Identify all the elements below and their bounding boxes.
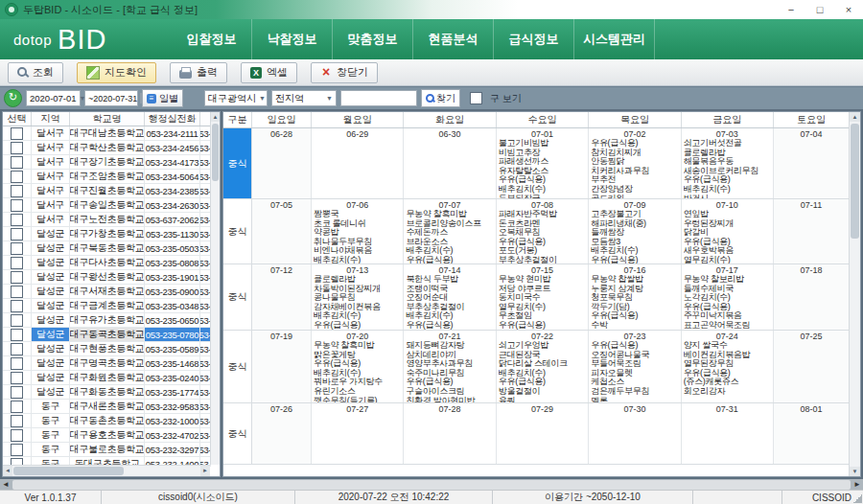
school-table-hscrollbar[interactable]: ◄ ► [3, 465, 210, 476]
row-checkbox[interactable] [11, 343, 23, 355]
scroll-right-icon[interactable]: ► [200, 466, 210, 476]
calendar-day-cell[interactable]: 07-10연잎밥우렁된장찌개닭갈비우유(급식용)새우호박볶음열무김치(수)아이스… [682, 199, 774, 263]
table-row[interactable]: 달성군대구화동초등학교053-235-1774053-6 [3, 385, 220, 400]
table-row[interactable]: 달성군대구북동초등학교053-235-0503053-6 [3, 241, 220, 256]
table-row[interactable]: 달성군대구가창초등학교053-235-1130053-7 [3, 227, 220, 241]
table-row[interactable]: 달성군대구현풍초등학교053-235-0589053-6 [3, 342, 220, 356]
close-button[interactable]: × [834, 0, 863, 19]
table-row[interactable]: 달서구대구진월초등학교053-234-2385053-6 [3, 184, 220, 198]
row-checkbox[interactable] [11, 386, 23, 399]
daily-view-button[interactable]: 일별 [142, 89, 183, 107]
calendar-day-cell[interactable]: 07-13클로렐라밥차돌박이된장찌개콩나물무침감자채베이컨볶음배추김치(수)우유… [312, 264, 404, 330]
scrollbar-thumb[interactable] [851, 124, 859, 239]
minimize-button[interactable]: − [777, 0, 805, 19]
row-checkbox[interactable] [11, 185, 23, 197]
calendar-day-cell[interactable]: 07-07무농약 찰흑미밥브로콜리양송이스프수제돈까스브라운소스배추김치(수)우… [404, 199, 496, 263]
calendar-day-cell[interactable]: 07-29 [497, 403, 589, 464]
meal-type-cell[interactable]: 중식 [223, 199, 252, 263]
scrollbar-thumb[interactable] [212, 124, 219, 181]
calendar-day-cell[interactable]: 07-01불고기비빔밥비빔고추장파래생선까스유자탈탈소스우유(급식용)배추김치(… [497, 128, 589, 198]
row-checkbox[interactable] [11, 372, 23, 384]
calendar-day-cell[interactable]: 07-15무농약 현미밥저당 야쿠르트동치미국수열무김치(수)무초절임우유(급식… [497, 264, 589, 330]
find-button[interactable]: 찾기 [421, 89, 460, 107]
toolbar-close-button[interactable]: 창닫기 [311, 62, 378, 83]
table-row[interactable]: 달성군대구금계초등학교053-235-0348053-6 [3, 299, 220, 313]
calendar-day-cell[interactable]: 07-03쇠고기버섯전골클로렐라밥해물볶음우동새송이브로커리무침우유(급식용)배… [682, 128, 774, 198]
meal-type-cell[interactable]: 중식 [223, 331, 252, 402]
row-checkbox[interactable] [11, 286, 23, 298]
date-from-select[interactable]: 2020-07-01 ▼ [26, 90, 81, 106]
calendar-day-cell[interactable]: 07-19 [252, 331, 312, 402]
nav-item-3[interactable]: 맞춤정보 [332, 19, 412, 59]
calendar-day-cell[interactable]: 07-26 [252, 403, 312, 464]
table-row[interactable]: 달서구대구대남초등학교053-234-2111053-6 [3, 126, 220, 141]
nav-item-5[interactable]: 급식정보 [493, 19, 573, 59]
table-row[interactable]: 달서구대구조암초등학교053-234-5064053-6 [3, 170, 220, 184]
refresh-icon[interactable] [4, 89, 22, 107]
row-checkbox[interactable] [11, 199, 23, 212]
row-checkbox[interactable] [11, 271, 23, 284]
calendar-day-cell[interactable]: 07-16무농약 찹쌀밥누룽지 삼계탕청포묵무침깍두기(담)우유(급식용)수박 [589, 264, 681, 330]
calendar-day-cell[interactable]: 07-17무농약 찰보리밥들깨수제비국노각김치(수)우유(급식용)주꾸미낙지볶음… [682, 264, 774, 330]
table-row[interactable]: 동구대구동촌초등학교053-232-1000053-9 [3, 414, 220, 428]
meal-type-cell[interactable]: 중식 [223, 403, 252, 464]
calendar-day-cell[interactable]: 06-28 [252, 128, 312, 198]
calendar-day-cell[interactable]: 06-30 [404, 128, 496, 198]
row-checkbox[interactable] [11, 300, 23, 312]
table-row[interactable]: 동구대구새론초등학교053-232-9583053-9 [3, 400, 220, 414]
calendar-day-cell[interactable]: 07-28 [404, 403, 496, 464]
table-row[interactable]: 달성군대구서재초등학교053-235-0900053-5 [3, 285, 220, 299]
calendar-day-cell[interactable]: 07-20무농약 찰흑미밥맑은꽃게탕우유(급식용)배추김치(수)꿔바로우 가지탕… [312, 331, 404, 402]
calendar-day-cell[interactable]: 07-18 [774, 264, 849, 330]
scroll-left-icon[interactable]: ◄ [3, 466, 12, 476]
table-row[interactable]: 동구대구불로초등학교053-232-3297053-9 [3, 443, 220, 457]
table-row[interactable]: 달성군대구명곡초등학교053-235-1468053-6 [3, 356, 220, 371]
row-checkbox[interactable] [11, 142, 23, 154]
table-row[interactable]: 달성군대구유가초등학교053-235-0650053-6 [3, 313, 220, 328]
calendar-day-cell[interactable]: 08-01 [774, 403, 849, 464]
subregion-select[interactable]: 전지역 ▼ [271, 90, 337, 106]
scroll-down-icon[interactable]: ▼ [850, 467, 860, 476]
table-row[interactable]: 달성군대구다사초등학교053-235-0808053-5 [3, 256, 220, 270]
calendar-day-cell[interactable]: 07-11 [774, 199, 849, 263]
row-checkbox[interactable] [11, 429, 23, 442]
nav-item-6[interactable]: 시스템관리 [573, 19, 655, 59]
meal-type-cell[interactable]: 중식 [223, 264, 252, 330]
row-checkbox[interactable] [11, 171, 23, 183]
calendar-day-cell[interactable]: 07-09고추장불고기해파리냉채(중)들깨쌈장모듬쌈3배추김치(수)우유(급식용… [589, 199, 681, 263]
row-checkbox[interactable] [11, 127, 23, 140]
school-table-vscrollbar[interactable]: ▲ [210, 112, 220, 465]
row-checkbox[interactable] [11, 329, 23, 341]
table-row[interactable]: 달서구대구장기초등학교053-234-4173053-5 [3, 155, 220, 170]
toolbar-search-button[interactable]: 조회 [8, 62, 63, 83]
calendar-day-cell[interactable]: 07-24양지 쌀국수베이컨김치볶음밥열무된장무침우유(급식용)(쥬스)캐롯쥬스… [682, 331, 774, 402]
calendar-day-cell[interactable]: 07-08파래자반주먹밥돈코츠라멘오복채무침우유(급식용)포도(거봉)부추상추겉… [497, 199, 589, 263]
row-checkbox[interactable] [11, 257, 23, 269]
toolbar-print-button[interactable]: 출력 [170, 62, 227, 83]
calendar-vscrollbar[interactable]: ▲ ▼ [849, 112, 860, 476]
calendar-day-cell[interactable]: 06-29 [312, 128, 404, 198]
calendar-day-cell[interactable]: 07-22쇠고기우엉밥근대된장국닭다리살 스테이크배추김치(수)우유(급식용)방… [497, 331, 589, 402]
table-row[interactable]: 달서구대구송일초등학교053-234-2630053-6 [3, 198, 220, 213]
table-row[interactable]: 달서구대구학산초등학교053-234-2456053-6 [3, 141, 220, 155]
scroll-up-icon[interactable]: ▲ [850, 112, 860, 122]
toolbar-excel-button[interactable]: 엑셀 [241, 62, 297, 83]
row-checkbox[interactable] [11, 242, 23, 255]
row-checkbox[interactable] [11, 401, 23, 413]
nav-item-1[interactable]: 입찰정보 [172, 19, 251, 59]
calendar-day-cell[interactable]: 07-31 [682, 403, 774, 464]
row-checkbox[interactable] [11, 357, 23, 370]
meal-type-cell[interactable]: 중식 [223, 128, 252, 198]
row-checkbox[interactable] [11, 214, 23, 226]
calendar-day-cell[interactable]: 07-12 [252, 264, 312, 330]
calendar-day-cell[interactable]: 07-27 [312, 403, 404, 464]
calendar-day-cell[interactable]: 07-30 [589, 403, 681, 464]
calendar-day-cell[interactable]: 07-05 [252, 199, 312, 263]
scrollbar-thumb[interactable] [12, 480, 851, 490]
calendar-day-cell[interactable]: 07-25 [774, 331, 849, 402]
nav-item-2[interactable]: 낙찰정보 [251, 19, 332, 59]
calendar-day-cell[interactable]: 07-21돼지등뼈감자탕삼치데리야끼영양부추사과무침숙주미나리무침우유(급식용)… [404, 331, 496, 402]
gu-view-checkbox[interactable] [470, 92, 482, 104]
nav-item-4[interactable]: 현품분석 [412, 19, 493, 59]
calendar-day-cell[interactable]: 07-23우유(급식용)오징어콩나물국부들어묵조림피자오믈렛케첩소스검은깨두부무… [589, 331, 681, 402]
